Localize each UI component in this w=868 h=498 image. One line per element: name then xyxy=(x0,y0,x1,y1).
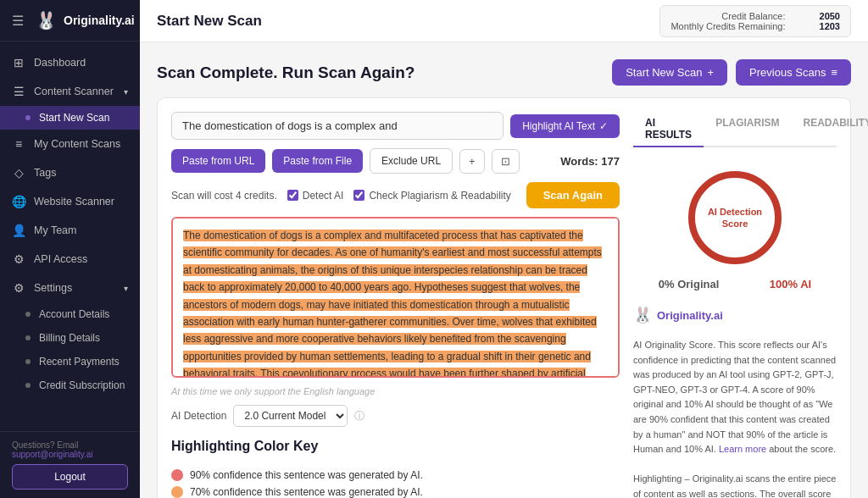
model-label: AI Detection xyxy=(171,410,226,422)
logout-button[interactable]: Logout xyxy=(12,464,128,490)
tab-readability[interactable]: READABILITY xyxy=(791,112,868,147)
website-scanner-icon: 🌐 xyxy=(12,195,25,208)
scan-again-button[interactable]: Scan Again xyxy=(526,182,620,208)
sidebar-item-start-new-scan[interactable]: Start New Scan xyxy=(0,106,140,130)
monthly-credits-label: Monthly Credits Remaining: xyxy=(670,21,785,31)
add-icon-button[interactable]: + xyxy=(459,149,485,174)
copy-icon-button[interactable]: ⊡ xyxy=(492,149,520,174)
detect-ai-checkbox-label[interactable]: Detect AI xyxy=(287,190,344,202)
tab-plagiarism[interactable]: PLAGIARISM xyxy=(704,112,791,147)
content-scanner-icon: ☰ xyxy=(12,85,25,98)
chevron-down-icon: ▾ xyxy=(124,87,128,97)
main-content: Start New Scan Credit Balance: 2050 Mont… xyxy=(140,0,868,498)
topbar: Start New Scan Credit Balance: 2050 Mont… xyxy=(140,0,868,42)
sub-dot xyxy=(25,335,31,340)
plagiarism-checkbox[interactable] xyxy=(353,190,364,201)
action-buttons-row: Paste from URL Paste from File Exclude U… xyxy=(171,148,620,174)
sidebar-item-label: Account Details xyxy=(39,308,109,320)
results-description: AI Originality Score. This score reflect… xyxy=(633,338,837,498)
color-key-items: 90% confidence this sentence was generat… xyxy=(171,469,620,498)
brain-icon: 🐰 xyxy=(633,306,652,324)
sidebar-footer: Questions? Email support@originality.ai … xyxy=(0,431,140,498)
results-tabs: AI RESULTS PLAGIARISM READABILITY xyxy=(633,112,837,147)
score-circle-label: AI DetectionScore xyxy=(708,206,762,230)
sidebar-item-label: Dashboard xyxy=(34,57,86,69)
paste-from-file-button[interactable]: Paste from File xyxy=(272,149,363,173)
detect-ai-checkbox[interactable] xyxy=(287,190,298,201)
originality-brand: 🐰 Originality.ai xyxy=(633,306,837,324)
sidebar-item-label: Website Scanner xyxy=(34,196,114,208)
start-new-scan-button[interactable]: Start New Scan + xyxy=(612,59,727,86)
logo-icon: 🐰 xyxy=(36,10,57,30)
sub-dot xyxy=(25,312,31,317)
previous-scans-button[interactable]: Previous Scans ≡ xyxy=(736,59,851,86)
api-access-icon: ⚙ xyxy=(12,252,25,266)
color-dot-90 xyxy=(171,469,183,481)
model-select[interactable]: 2.0 Current Model xyxy=(233,405,348,427)
sidebar-item-content-scanner[interactable]: ☰ Content Scanner ▾ xyxy=(0,77,140,106)
sidebar-item-label: Credit Subscription xyxy=(39,379,125,391)
sidebar-nav: ⊞ Dashboard ☰ Content Scanner ▾ Start Ne… xyxy=(0,42,140,431)
color-key-item-70: 70% confidence this sentence was generat… xyxy=(171,486,620,498)
check-icon: ✓ xyxy=(599,120,608,132)
plagiarism-checkbox-label[interactable]: Check Plagiarism & Readability xyxy=(353,190,510,202)
color-key-label-90: 90% confidence this sentence was generat… xyxy=(190,469,423,481)
ai-score: 100% AI xyxy=(770,278,811,290)
sidebar-item-billing-details[interactable]: Billing Details xyxy=(0,326,140,350)
my-team-icon: 👤 xyxy=(12,224,25,237)
settings-icon: ⚙ xyxy=(12,281,25,295)
my-content-scans-icon: ≡ xyxy=(12,137,25,151)
content-area: Scan Complete. Run Scan Again? Start New… xyxy=(140,42,868,498)
text-input-display[interactable]: The domestication of dogs is a complex a… xyxy=(171,112,504,140)
scan-header-actions: Start New Scan + Previous Scans ≡ xyxy=(612,59,851,86)
color-dot-70 xyxy=(171,486,183,498)
support-email-link[interactable]: support@originality.ai xyxy=(12,450,93,459)
monthly-credits-row: Monthly Credits Remaining: 1203 xyxy=(670,21,840,31)
scanner-right: AI RESULTS PLAGIARISM READABILITY AI Det… xyxy=(633,112,837,498)
paste-from-url-button[interactable]: Paste from URL xyxy=(171,149,265,173)
credit-balance-row: Credit Balance: 2050 xyxy=(721,11,840,21)
model-row: AI Detection 2.0 Current Model ⓘ xyxy=(171,405,620,427)
sidebar-item-account-details[interactable]: Account Details xyxy=(0,302,140,326)
highlighted-text-area: The domestication of dogs is a complex a… xyxy=(171,217,620,378)
support-text: Questions? Email support@originality.ai xyxy=(12,440,128,459)
tab-ai-results[interactable]: AI RESULTS xyxy=(633,112,704,147)
scan-header: Scan Complete. Run Scan Again? Start New… xyxy=(157,59,851,86)
learn-more-link[interactable]: Learn more xyxy=(719,444,766,454)
sidebar-item-my-team[interactable]: 👤 My Team xyxy=(0,216,140,245)
sidebar-item-tags[interactable]: ◇ Tags xyxy=(0,158,140,187)
scanner-panel: The domestication of dogs is a complex a… xyxy=(157,97,851,498)
sidebar-item-recent-payments[interactable]: Recent Payments xyxy=(0,350,140,374)
menu-icon: ≡ xyxy=(831,66,837,79)
scanner-left: The domestication of dogs is a complex a… xyxy=(171,112,620,498)
sidebar-item-label: Start New Scan xyxy=(39,112,109,124)
dashboard-icon: ⊞ xyxy=(12,56,25,69)
highlight-ai-text-button[interactable]: Highlight AI Text ✓ xyxy=(510,114,620,138)
language-note: At this time we only support the English… xyxy=(171,386,620,396)
hamburger-icon[interactable]: ☰ xyxy=(12,13,24,29)
ai-highlighted-sentence: The domestication of dogs is a complex a… xyxy=(183,230,605,378)
sidebar-item-dashboard[interactable]: ⊞ Dashboard xyxy=(0,48,140,77)
brand-name: Originality.ai xyxy=(657,309,723,322)
sidebar-item-label: Recent Payments xyxy=(39,356,120,368)
scan-complete-title: Scan Complete. Run Scan Again? xyxy=(157,64,415,82)
sidebar-item-settings[interactable]: ⚙ Settings ▾ xyxy=(0,274,140,302)
scan-options-row: Scan will cost 4 credits. Detect AI Chec… xyxy=(171,182,620,208)
sidebar-item-label: API Access xyxy=(34,253,87,265)
sidebar-item-my-content-scans[interactable]: ≡ My Content Scans xyxy=(0,130,140,158)
color-key-title: Highlighting Color Key xyxy=(171,439,620,454)
score-labels: 0% Original 100% AI xyxy=(633,278,837,290)
credit-balance-value: 2050 xyxy=(820,11,840,21)
ai-detection-score-circle: AI DetectionScore xyxy=(688,171,782,264)
color-key-item-90: 90% confidence this sentence was generat… xyxy=(171,469,620,481)
exclude-url-button[interactable]: Exclude URL xyxy=(370,148,453,174)
sub-dot xyxy=(25,359,31,364)
sidebar-item-website-scanner[interactable]: 🌐 Website Scanner xyxy=(0,187,140,216)
score-circle-container: AI DetectionScore xyxy=(633,171,837,264)
sidebar-item-api-access[interactable]: ⚙ API Access xyxy=(0,245,140,274)
info-icon[interactable]: ⓘ xyxy=(354,409,364,423)
plus-icon: + xyxy=(707,66,714,79)
sidebar-item-label: Content Scanner xyxy=(34,86,114,97)
sidebar-item-credit-subscription[interactable]: Credit Subscription xyxy=(0,374,140,397)
credits-display: Credit Balance: 2050 Monthly Credits Rem… xyxy=(659,5,851,37)
